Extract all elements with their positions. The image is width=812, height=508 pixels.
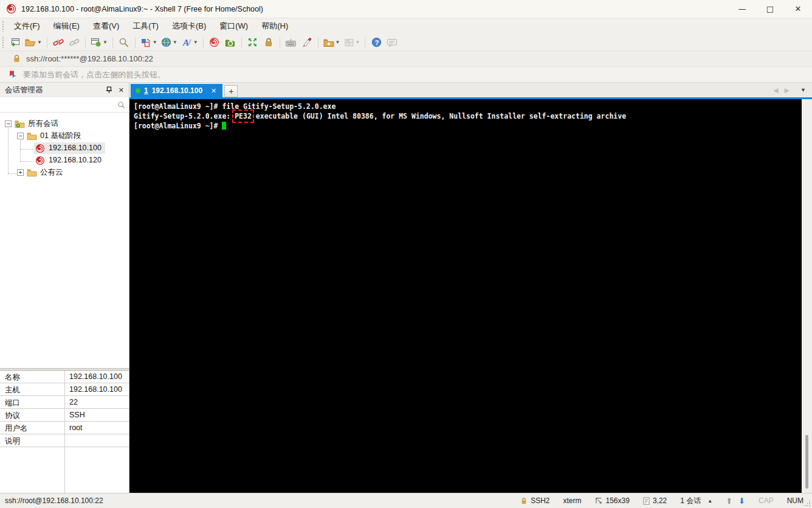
toolbar-separator: [241, 37, 242, 48]
toolbar-grip[interactable]: [2, 37, 5, 48]
add-session-flag-icon[interactable]: [9, 70, 18, 80]
new-session-icon[interactable]: [8, 35, 22, 50]
xshell-session-icon: [35, 156, 46, 165]
tree-item-all-sessions[interactable]: − 所有会话: [5, 117, 58, 130]
minimize-button[interactable]: —: [728, 0, 756, 18]
tree-item-session-100[interactable]: 192.168.10.100: [34, 142, 105, 154]
selected-highlight: 192.168.10.100: [34, 142, 105, 154]
virtual-keyboard-icon[interactable]: [284, 35, 298, 50]
session-search-input[interactable]: [0, 97, 117, 112]
dropdown-caret-icon[interactable]: ▼: [335, 40, 340, 45]
collapse-icon[interactable]: −: [5, 120, 12, 127]
fullscreen-icon[interactable]: [246, 35, 260, 50]
menu-tools[interactable]: 工具(T): [126, 18, 165, 34]
close-panel-icon[interactable]: ✕: [119, 86, 124, 94]
toolbar: ▼ ▼ ▼ ▼ A ▼: [0, 34, 812, 51]
collapse-icon[interactable]: −: [17, 133, 24, 139]
font-icon[interactable]: A ▼: [180, 35, 199, 50]
session-manager-title: 会话管理器: [5, 85, 43, 96]
folder-icon: [27, 168, 37, 177]
session-list-caret-icon[interactable]: ▲: [707, 498, 712, 504]
open-session-folder-icon[interactable]: ▼: [24, 35, 43, 50]
session-count-label: 1 会话: [680, 496, 701, 506]
menu-window[interactable]: 窗口(W): [213, 18, 255, 34]
close-button[interactable]: ✕: [784, 0, 812, 18]
toolbar-separator: [85, 37, 86, 48]
lock-screen-icon[interactable]: [261, 35, 276, 50]
prop-value: 22: [65, 396, 129, 408]
tree-item-folder-01[interactable]: − 01 基础阶段: [17, 130, 81, 142]
session-count[interactable]: 1 会话 ▲: [680, 496, 712, 506]
scroll-up-icon[interactable]: ⬆: [726, 496, 732, 506]
window-title: 192.168.10.100 - root@AlmaLinux9:~ - Xsh…: [21, 5, 263, 13]
tree-label: 192.168.10.100: [49, 144, 102, 152]
encryption-status[interactable]: SSH2: [520, 496, 549, 505]
tree-item-folder-cloud[interactable]: + 公有云: [17, 166, 63, 178]
tile-windows-icon[interactable]: ▼: [343, 35, 362, 50]
xshell-launch-icon[interactable]: [207, 35, 222, 50]
session-properties-icon[interactable]: ▼: [89, 35, 109, 50]
cursor-position[interactable]: 3,22: [643, 496, 667, 505]
prop-row-host: 主机 192.168.10.100: [0, 383, 129, 396]
xshell-logo-icon: [6, 4, 16, 14]
tree-item-session-120[interactable]: 192.168.10.120: [35, 154, 102, 166]
tab-session-active[interactable]: 1 192.168.10.100 ✕: [131, 84, 222, 97]
tab-index: 1: [144, 86, 148, 95]
tree-label: 192.168.10.120: [49, 156, 102, 164]
highlighter-icon[interactable]: [300, 35, 314, 50]
address-bar[interactable]: ssh://root:******@192.168.10.100:22: [0, 51, 812, 67]
help-icon[interactable]: ?: [369, 35, 384, 50]
menu-help[interactable]: 帮助(H): [255, 18, 295, 34]
pin-panel-icon[interactable]: [106, 86, 112, 94]
menu-edit[interactable]: 编辑(E): [47, 18, 86, 34]
search-icon[interactable]: [117, 101, 125, 109]
session-url[interactable]: ssh://root:******@192.168.10.100:22: [26, 54, 153, 63]
disconnect-icon[interactable]: [51, 35, 66, 50]
menu-tab[interactable]: 选项卡(B): [165, 18, 213, 34]
tab-list-dropdown-icon[interactable]: ▼: [800, 87, 806, 93]
resize-icon: [595, 497, 603, 504]
terminal-line-output: Gitify-Setup-5.2.0.exe: PE32 executable …: [134, 111, 802, 121]
terminal-scrollbar[interactable]: [802, 99, 812, 493]
session-properties-table: 名称 192.168.10.100 主机 192.168.10.100 端口 2…: [0, 370, 129, 493]
tab-scroll-right-icon[interactable]: ▶: [785, 86, 790, 94]
dropdown-caret-icon[interactable]: ▼: [153, 40, 157, 45]
scroll-down-icon[interactable]: ⬇: [738, 496, 745, 506]
xftp-transfer-icon[interactable]: [223, 35, 238, 50]
root-folder-icon: [15, 119, 25, 128]
expand-icon[interactable]: +: [17, 169, 24, 176]
new-session-folder-icon[interactable]: ▼: [322, 35, 342, 50]
dropdown-caret-icon[interactable]: ▼: [103, 40, 108, 45]
terminal-size[interactable]: 156x39: [595, 496, 630, 505]
maximize-button[interactable]: □: [756, 0, 784, 18]
menu-file[interactable]: 文件(F): [7, 18, 47, 34]
tab-scroll-left-icon[interactable]: ◀: [773, 86, 778, 94]
tab-close-icon[interactable]: ✕: [211, 87, 216, 95]
reconnect-icon[interactable]: [67, 35, 81, 50]
menubar-grip[interactable]: [2, 21, 5, 32]
prop-row-name: 名称 192.168.10.100: [0, 371, 129, 383]
color-scheme-icon[interactable]: ▼: [139, 35, 159, 50]
dropdown-caret-icon[interactable]: ▼: [193, 40, 198, 45]
prop-label: 说明: [0, 434, 65, 447]
terminal-area[interactable]: [root@AlmaLinux9 ~]# file Gitify-Setup-5…: [129, 99, 802, 493]
caps-lock-indicator: CAP: [759, 496, 774, 505]
prop-label: 名称: [0, 371, 65, 383]
prop-row-description: 说明: [0, 434, 129, 447]
prop-table-empty-area: [0, 447, 129, 493]
prop-value: root: [65, 422, 129, 434]
dropdown-caret-icon[interactable]: ▼: [173, 40, 177, 45]
title-bar: 192.168.10.100 - root@AlmaLinux9:~ - Xsh…: [0, 0, 812, 18]
find-icon[interactable]: [117, 35, 131, 50]
terminal-type[interactable]: xterm: [563, 496, 582, 505]
dropdown-caret-icon[interactable]: ▼: [37, 40, 42, 45]
window-resize-grip[interactable]: [803, 499, 811, 507]
prop-label: 协议: [0, 409, 65, 421]
menu-view[interactable]: 查看(V): [86, 18, 126, 34]
web-browser-icon[interactable]: ▼: [160, 35, 179, 50]
dropdown-caret-icon[interactable]: ▼: [356, 40, 360, 45]
new-tab-button[interactable]: +: [224, 85, 238, 97]
feedback-icon[interactable]: [385, 35, 399, 50]
info-bar: 要添加当前会话，点击左侧的箭头按钮。: [0, 67, 812, 83]
scrollbar-thumb[interactable]: [805, 435, 808, 489]
